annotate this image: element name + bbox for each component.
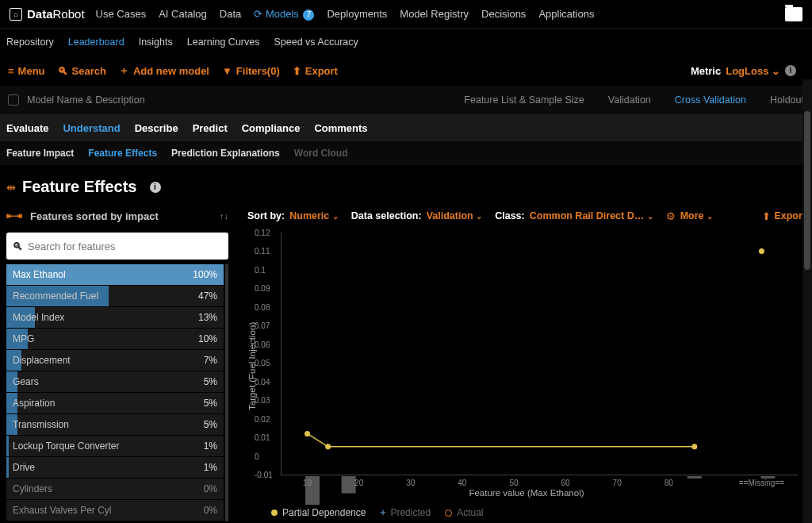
sort-toggle[interactable]: ↑↓: [220, 211, 228, 221]
tab-predict[interactable]: Predict: [193, 122, 228, 134]
sub-nav: RepositoryLeaderboardInsightsLearning Cu…: [0, 29, 812, 56]
legend-ring-icon: [445, 510, 452, 517]
feature-row-lockup-torque-converter[interactable]: Lockup Torque Converter1%: [6, 436, 224, 456]
subnav-repository[interactable]: Repository: [6, 37, 54, 48]
chart-svg: [282, 233, 798, 506]
legend: Partial Dependence +Predicted Actual: [247, 504, 806, 521]
x-axis-label: Feature value (Max Ethanol): [469, 488, 584, 498]
x-tick: 80: [665, 479, 673, 487]
subtab-feature-effects[interactable]: Feature Effects: [88, 148, 157, 159]
legend-actual[interactable]: Actual: [445, 507, 483, 518]
svg-point-6: [691, 444, 697, 449]
subtab-prediction-explanations[interactable]: Prediction Explanations: [171, 148, 280, 159]
sort-by-select[interactable]: Numeric ⌄: [289, 210, 339, 221]
nav-models[interactable]: ⟳ Models 7: [254, 8, 314, 20]
col-holdout[interactable]: Holdout: [770, 94, 804, 106]
nav-decisions[interactable]: Decisions: [481, 8, 526, 20]
legend-partial[interactable]: Partial Dependence: [271, 507, 366, 518]
feature-panel: ⇤⇥ Features sorted by impact ↑↓ 🔍︎ Max E…: [6, 204, 228, 521]
subnav-insights[interactable]: Insights: [139, 37, 173, 48]
tab-comments[interactable]: Comments: [314, 122, 367, 134]
nav-data[interactable]: Data: [220, 8, 241, 20]
scrollbar-thumb[interactable]: [804, 111, 810, 270]
feature-value: 7%: [204, 355, 217, 366]
feature-panel-title: Features sorted by impact: [30, 210, 159, 222]
export-button[interactable]: ⬆Export: [293, 65, 338, 77]
collapse-icon[interactable]: ⇤⇥: [6, 210, 22, 221]
subtab-feature-impact[interactable]: Feature Impact: [6, 148, 74, 159]
model-tabs: EvaluateUnderstandDescribePredictComplia…: [0, 114, 812, 141]
gear-icon[interactable]: ⚙: [666, 210, 676, 222]
feature-value: 0%: [204, 505, 217, 516]
x-tick: 60: [561, 479, 569, 487]
class-select[interactable]: Common Rail Direct D… ⌄: [530, 210, 653, 221]
metric-selector[interactable]: Metric LogLoss ⌄ i: [691, 65, 804, 77]
models-badge: 7: [303, 10, 314, 21]
feature-search[interactable]: 🔍︎: [6, 233, 228, 260]
nav-applications[interactable]: Applications: [538, 8, 594, 20]
chart-export-button[interactable]: ⬆ Export: [762, 210, 806, 222]
feature-row-mpg[interactable]: MPG10%: [6, 329, 224, 349]
feature-row-drive[interactable]: Drive1%: [6, 457, 224, 478]
feature-name: Lockup Torque Converter: [13, 440, 120, 452]
subnav-learning-curves[interactable]: Learning Curves: [187, 37, 260, 48]
feature-value: 1%: [204, 440, 217, 452]
chevron-down-icon: ⌄: [707, 212, 713, 221]
x-tick: 40: [458, 479, 466, 487]
subnav-leaderboard[interactable]: Leaderboard: [68, 37, 124, 48]
feature-name: Cylinders: [13, 483, 52, 494]
y-tick: 0.02: [255, 414, 270, 423]
feature-value: 1%: [204, 462, 217, 473]
tab-compliance[interactable]: Compliance: [242, 122, 301, 134]
svg-point-4: [304, 431, 310, 436]
feature-row-cylinders[interactable]: Cylinders0%: [6, 479, 224, 499]
tab-evaluate[interactable]: Evaluate: [6, 122, 48, 134]
feature-row-displacement[interactable]: Displacement7%: [6, 350, 224, 371]
menu-button[interactable]: ≡Menu: [8, 65, 45, 77]
subnav-speed-vs-accuracy[interactable]: Speed vs Accuracy: [274, 37, 358, 48]
add-model-button[interactable]: ＋Add new model: [119, 63, 209, 78]
search-button[interactable]: 🔍︎Search: [58, 65, 106, 77]
svg-point-7: [759, 248, 764, 254]
tab-describe[interactable]: Describe: [135, 122, 178, 134]
feature-name: Drive: [13, 462, 35, 473]
y-tick: 0.09: [255, 284, 270, 293]
y-tick: 0.12: [255, 229, 270, 237]
feature-list: Max Ethanol100%Recommended Fuel47%Model …: [6, 264, 228, 521]
nav-deployments[interactable]: Deployments: [327, 8, 387, 20]
tab-understand[interactable]: Understand: [63, 122, 120, 134]
legend-predicted[interactable]: +Predicted: [380, 507, 431, 518]
feature-name: Displacement: [13, 355, 71, 366]
metric-value: LogLoss ⌄: [726, 65, 780, 77]
y-tick: 0.05: [255, 359, 270, 367]
logo[interactable]: ⌂ DataRobot: [10, 7, 85, 21]
info-icon[interactable]: i: [150, 182, 161, 193]
feature-row-aspiration[interactable]: Aspiration5%: [6, 393, 224, 413]
select-all-checkbox[interactable]: [8, 94, 19, 106]
feature-row-max-ethanol[interactable]: Max Ethanol100%: [6, 264, 224, 285]
nav-ai-catalog[interactable]: AI Catalog: [159, 8, 207, 20]
col-model-name[interactable]: Model Name & Description: [27, 94, 145, 106]
feature-row-transmission[interactable]: Transmission5%: [6, 414, 224, 435]
nav-model-registry[interactable]: Model Registry: [400, 8, 469, 20]
feature-value: 13%: [198, 312, 217, 323]
feature-row-recommended-fuel[interactable]: Recommended Fuel47%: [6, 286, 224, 306]
feature-row-model-index[interactable]: Model Index13%: [6, 307, 224, 328]
feature-row-gears[interactable]: Gears5%: [6, 371, 224, 392]
page-title-row: ⇹ Feature Effects i: [0, 165, 812, 204]
nav-use-cases[interactable]: Use Cases: [96, 8, 147, 20]
col-validation[interactable]: Validation: [608, 94, 651, 106]
info-icon[interactable]: i: [785, 65, 796, 76]
feature-row-exhaust-valves-per-cyl[interactable]: Exhaust Valves Per Cyl0%: [6, 500, 224, 521]
col-cross-validation[interactable]: Cross Validation: [675, 94, 746, 106]
metric-label: Metric: [691, 65, 721, 77]
vertical-scrollbar[interactable]: [802, 79, 812, 523]
data-selection-select[interactable]: Validation ⌄: [427, 210, 483, 221]
more-select[interactable]: More ⌄: [680, 210, 713, 221]
export-label: Export: [774, 210, 806, 221]
feature-search-input[interactable]: [28, 240, 222, 252]
folder-icon[interactable]: [785, 7, 802, 21]
search-icon: 🔍︎: [13, 240, 23, 252]
col-feature-list[interactable]: Feature List & Sample Size: [464, 94, 584, 106]
filters-button[interactable]: ▼Filters(0): [222, 65, 280, 77]
